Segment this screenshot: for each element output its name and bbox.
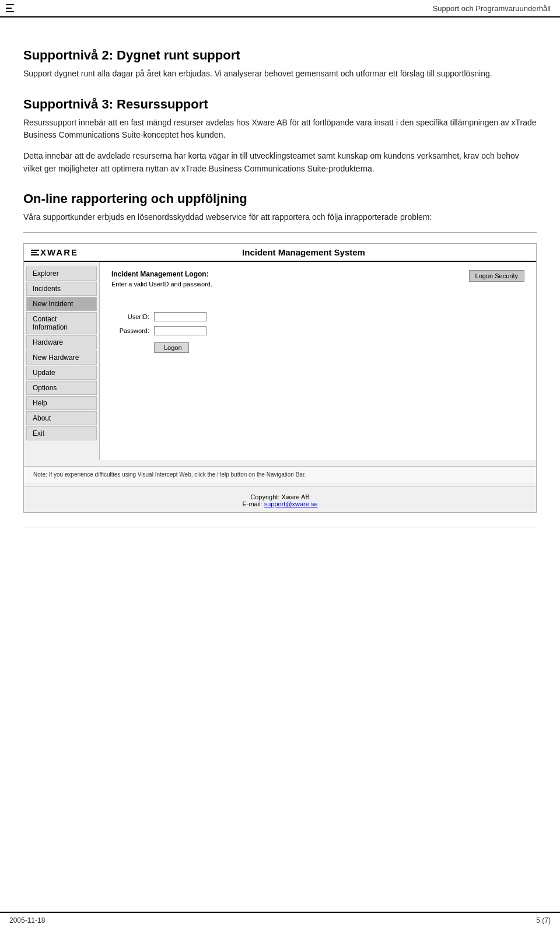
sidebar-explorer[interactable]: Explorer [26,267,97,281]
userid-input[interactable] [154,312,206,321]
sidebar-contact-information[interactable]: Contact Information [26,312,97,334]
bottom-divider [23,527,537,527]
copyright-line2: E-mail: support@xware.se [24,500,536,507]
section2-body: Support dygnet runt alla dagar på året k… [23,68,537,80]
app-copyright: Copyright: Xware AB E-mail: support@xwar… [24,486,536,512]
email-label: E-mail: [242,500,264,507]
page-content: Supportnivå 2: Dygnet runt support Suppo… [0,17,560,555]
login-desc: Enter a valid UserID and password. [111,281,212,288]
xware-logo-icon [5,2,21,14]
password-label: Password: [111,327,149,334]
login-header: Incident Management Logon: [111,270,212,278]
logon-button[interactable]: Logon [154,342,189,353]
sidebar-exit[interactable]: Exit [26,426,97,440]
password-row: Password: [111,326,524,335]
app-logo: XWARE [31,247,78,257]
app-note: Note: If you experience difficulties usi… [24,466,536,482]
sidebar-options[interactable]: Options [26,381,97,395]
sidebar-new-hardware[interactable]: New Hardware [26,351,97,365]
footer-date: 2005-11-18 [9,916,45,925]
app-main: Incident Management Logon: Enter a valid… [100,262,536,460]
sidebar-about[interactable]: About [26,411,97,425]
logo-lines-icon [31,250,39,255]
copyright-email[interactable]: support@xware.se [264,500,318,507]
logon-security-button[interactable]: Logon Security [469,270,524,282]
sidebar: Explorer Incidents New Incident Contact … [24,262,100,460]
header-title: Support och Programvaruunderhåll [433,4,551,13]
section3-heading: Supportnivå 3: Resurssupport [23,97,537,112]
app-body: Explorer Incidents New Incident Contact … [24,262,536,460]
sidebar-new-incident[interactable]: New Incident [26,297,97,311]
section3-body1: Resurssupport innebär att en fast mängd … [23,117,537,142]
sidebar-hardware[interactable]: Hardware [26,335,97,349]
top-divider [23,232,537,233]
password-input[interactable] [154,326,206,335]
section4-heading: On-line rapportering och uppföljning [23,191,537,206]
copyright-line1: Copyright: Xware AB [24,493,536,500]
footer-page: 5 (7) [536,916,551,925]
screenshot-frame: XWARE Incident Management System Explore… [23,243,537,513]
header-bar: Support och Programvaruunderhåll [0,0,560,17]
userid-label: UserID: [111,313,149,320]
app-logo-text: XWARE [40,247,78,257]
section2-heading: Supportnivå 2: Dygnet runt support [23,48,537,63]
sidebar-incidents[interactable]: Incidents [26,282,97,296]
section4-body1: Våra supportkunder erbjuds en lösenordss… [23,211,537,224]
section3-body2: Detta innebär att de avdelade resurserna… [23,150,537,175]
app-title: Incident Management System [78,247,529,257]
app-logo-mark: XWARE [31,247,78,257]
userid-row: UserID: [111,312,524,321]
sidebar-help[interactable]: Help [26,396,97,410]
app-header: XWARE Incident Management System [24,244,536,262]
page-footer: 2005-11-18 5 (7) [0,912,560,928]
sidebar-update[interactable]: Update [26,366,97,380]
header-logo [5,2,23,14]
login-form: UserID: Password: Logon [111,312,524,353]
